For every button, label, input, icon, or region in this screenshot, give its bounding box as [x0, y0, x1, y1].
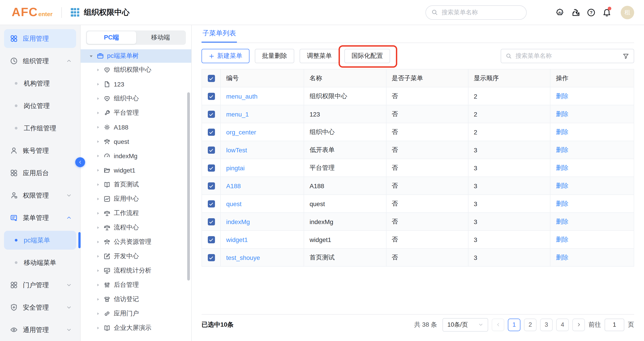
row-code-link[interactable]: widget1: [226, 236, 248, 243]
tree-node-quest[interactable]: quest: [86, 134, 186, 149]
sidebar-collapse-button[interactable]: [75, 157, 85, 167]
sidebar-item-应用管理[interactable]: 应用管理: [4, 29, 76, 48]
batch-delete-button[interactable]: 批量删除: [255, 49, 294, 63]
row-code-link[interactable]: test_shouye: [226, 254, 260, 261]
chevron-right-icon: [576, 322, 581, 327]
sidebar-item-安全管理[interactable]: 安全管理: [4, 298, 76, 317]
tree-node-工作流程[interactable]: 工作流程: [86, 206, 186, 220]
sidebar-item-label: pc端菜单: [24, 236, 50, 244]
ai-assistant-icon[interactable]: AI: [555, 8, 564, 17]
sidebar-item-菜单管理[interactable]: 菜单管理: [4, 208, 76, 227]
page-size-select[interactable]: 10条/页: [442, 318, 488, 331]
help-icon[interactable]: ?: [587, 8, 596, 17]
tree-node-企业大屏演示[interactable]: 企业大屏演示: [86, 321, 186, 335]
wrench-icon: [104, 109, 110, 117]
delete-row-link[interactable]: 删除: [556, 110, 568, 117]
caret-right-icon: [96, 96, 100, 101]
plugin-icon[interactable]: [571, 8, 580, 17]
notification-bell-icon[interactable]: [602, 8, 611, 17]
row-code-link[interactable]: pingtai: [226, 164, 245, 171]
sidebar-item-机构管理[interactable]: 机构管理: [4, 74, 76, 93]
delete-row-link[interactable]: 删除: [556, 182, 568, 189]
tree-node-流程中心[interactable]: 流程中心: [86, 220, 186, 235]
row-code-link[interactable]: org_center: [226, 128, 256, 136]
page-button-2[interactable]: 2: [524, 318, 536, 331]
tree-node-开发中心[interactable]: 开发中心: [86, 249, 186, 263]
people-icon: [104, 138, 110, 145]
sidebar-item-组织管理[interactable]: 组织管理: [4, 52, 76, 70]
tree-node-平台管理[interactable]: 平台管理: [86, 106, 186, 120]
delete-row-link[interactable]: 删除: [556, 218, 568, 225]
filter-funnel-icon[interactable]: [622, 53, 629, 59]
delete-row-link[interactable]: 删除: [556, 164, 568, 171]
row-checkbox[interactable]: [208, 182, 215, 190]
sidebar-item-权限管理[interactable]: 权限管理: [4, 186, 76, 205]
sidebar-item-pc端菜单[interactable]: pc端菜单: [4, 231, 76, 250]
tree-node-widget1[interactable]: widget1: [86, 163, 186, 177]
tree-node-indexMg[interactable]: indexMg: [86, 149, 186, 163]
tree-node-流程统计分析[interactable]: 流程统计分析: [86, 263, 186, 278]
row-code-link[interactable]: indexMg: [226, 218, 250, 225]
goto-page-input[interactable]: [604, 318, 624, 331]
page-button-1[interactable]: 1: [508, 318, 520, 331]
row-code-link[interactable]: menu_auth: [226, 93, 258, 100]
tree-root-node[interactable]: pc端菜单树: [80, 49, 191, 63]
delete-row-link[interactable]: 删除: [556, 146, 568, 153]
sidebar-item-工作组管理[interactable]: 工作组管理: [4, 119, 76, 138]
row-checkbox[interactable]: [208, 200, 215, 207]
tree-node-应用门户[interactable]: 应用门户: [86, 306, 186, 321]
row-code-link[interactable]: A188: [226, 182, 241, 189]
delete-row-link[interactable]: 删除: [556, 253, 568, 261]
delete-row-link[interactable]: 删除: [556, 92, 568, 99]
brand-logo[interactable]: AFC enter: [12, 5, 52, 19]
row-checkbox[interactable]: [208, 111, 215, 118]
row-checkbox[interactable]: [208, 254, 215, 261]
row-code-link[interactable]: menu_1: [226, 110, 249, 118]
row-checkbox[interactable]: [208, 93, 215, 100]
tree-node-应用中心[interactable]: 应用中心: [86, 192, 186, 206]
row-checkbox[interactable]: [208, 218, 215, 225]
tree-node-公共资源管理[interactable]: 公共资源管理: [86, 235, 186, 249]
tree-node-A188[interactable]: A188: [86, 120, 186, 134]
tree-node-信访登记[interactable]: 信访登记: [86, 292, 186, 306]
sidebar-item-账号管理[interactable]: 账号管理: [4, 141, 76, 160]
page-button-4[interactable]: 4: [556, 318, 569, 331]
new-menu-button[interactable]: 新建菜单: [202, 49, 250, 63]
prev-page-button[interactable]: [492, 318, 504, 331]
tree-node-首页测试[interactable]: 首页测试: [86, 177, 186, 192]
i18n-config-button[interactable]: 国际化配置: [344, 49, 390, 63]
platform-tab-PC端[interactable]: PC端: [87, 31, 136, 44]
row-checkbox[interactable]: [208, 164, 215, 172]
sidebar-item-岗位管理[interactable]: 岗位管理: [4, 96, 76, 115]
bullet-dot-icon: [15, 261, 18, 264]
row-checkbox[interactable]: [208, 147, 215, 154]
delete-row-link[interactable]: 删除: [556, 200, 568, 207]
sidebar-item-门户管理[interactable]: 门户管理: [4, 276, 76, 294]
tree-node-组织中心[interactable]: 组织中心: [86, 91, 186, 106]
adjust-menu-button[interactable]: 调整菜单: [300, 49, 339, 63]
tree-node-123[interactable]: 123: [86, 77, 186, 91]
app-window: AFC enter 组织权限中心 搜索菜单名称 AI ? 租 应用管理组织管理机…: [0, 0, 644, 341]
tree-scrollbar[interactable]: [187, 92, 190, 280]
page-button-3[interactable]: 3: [540, 318, 553, 331]
tree-node-后台管理[interactable]: 后台管理: [86, 278, 186, 292]
next-page-button[interactable]: [572, 318, 585, 331]
row-checkbox[interactable]: [208, 129, 215, 136]
column-header: 编号: [220, 69, 304, 87]
delete-row-link[interactable]: 删除: [556, 128, 568, 135]
sidebar-item-移动端菜单[interactable]: 移动端菜单: [4, 253, 76, 272]
sidebar-item-通用管理[interactable]: 通用管理: [4, 320, 76, 339]
select-all-checkbox[interactable]: [208, 75, 215, 82]
global-search-input[interactable]: 搜索菜单名称: [426, 5, 527, 20]
delete-row-link[interactable]: 删除: [556, 235, 568, 243]
tree-node-组织权限中心[interactable]: 组织权限中心: [86, 63, 186, 77]
row-code-link[interactable]: quest: [226, 200, 242, 207]
sidebar-item-应用后台[interactable]: 应用后台: [4, 164, 76, 182]
row-checkbox[interactable]: [208, 236, 215, 243]
row-code-link[interactable]: lowTest: [226, 146, 247, 153]
platform-tab-移动端[interactable]: 移动端: [136, 31, 185, 44]
table-search-input[interactable]: 搜索菜单名称: [501, 49, 634, 63]
tab-submenu-list[interactable]: 子菜单列表: [202, 25, 237, 43]
chevron-up-icon: [66, 58, 72, 64]
user-avatar[interactable]: 租: [621, 6, 634, 19]
